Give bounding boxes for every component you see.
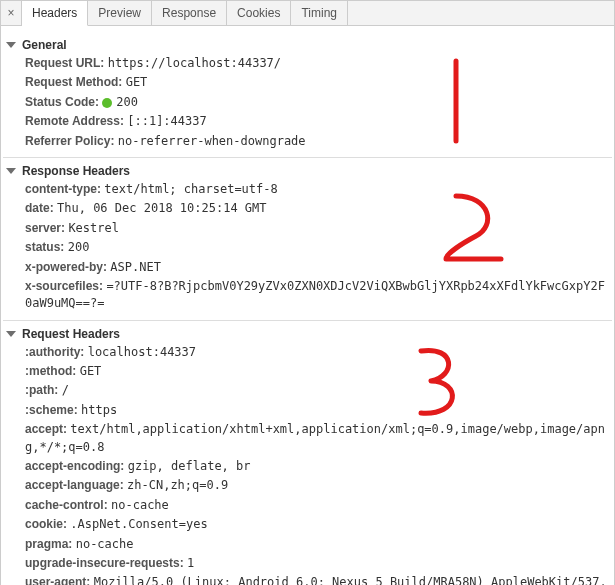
close-icon[interactable]: × xyxy=(1,1,22,25)
header-value: text/html,application/xhtml+xml,applicat… xyxy=(25,422,605,453)
header-value: 200 xyxy=(116,95,138,109)
header-value: GET xyxy=(126,75,148,89)
header-key: :authority: xyxy=(25,345,88,359)
header-key: accept-encoding: xyxy=(25,459,128,473)
header-row: x-sourcefiles: =?UTF-8?B?RjpcbmV0Y29yZVx… xyxy=(3,277,612,314)
header-key: server: xyxy=(25,221,68,235)
header-key: cache-control: xyxy=(25,498,111,512)
header-value: no-referrer-when-downgrade xyxy=(118,134,306,148)
header-row: Status Code: 200 xyxy=(3,93,612,112)
header-key: :scheme: xyxy=(25,403,81,417)
header-row: date: Thu, 06 Dec 2018 10:25:14 GMT xyxy=(3,199,612,218)
header-row: user-agent: Mozilla/5.0 (Linux; Android … xyxy=(3,573,612,585)
header-key: accept: xyxy=(25,422,70,436)
tab-headers[interactable]: Headers xyxy=(22,1,88,26)
header-key: Status Code: xyxy=(25,95,102,109)
header-row: upgrade-insecure-requests: 1 xyxy=(3,554,612,573)
header-key: Request Method: xyxy=(25,75,126,89)
header-key: status: xyxy=(25,240,68,254)
header-value: .AspNet.Consent=yes xyxy=(70,517,207,531)
section-general: General Request URL: https://localhost:4… xyxy=(3,36,612,151)
header-value: =?UTF-8?B?RjpcbmV0Y29yZVx0ZXN0XDJcV2ViQX… xyxy=(25,279,605,310)
header-value: Thu, 06 Dec 2018 10:25:14 GMT xyxy=(57,201,267,215)
section-response-headers-title: Response Headers xyxy=(22,164,130,178)
header-row: :path: / xyxy=(3,381,612,400)
header-value: Kestrel xyxy=(68,221,119,235)
tab-response[interactable]: Response xyxy=(152,1,227,25)
section-general-header[interactable]: General xyxy=(3,36,612,54)
section-request-headers-header[interactable]: Request Headers xyxy=(3,325,612,343)
header-row: Remote Address: [::1]:44337 xyxy=(3,112,612,131)
header-value: [::1]:44337 xyxy=(127,114,206,128)
header-row: :scheme: https xyxy=(3,401,612,420)
header-key: date: xyxy=(25,201,57,215)
header-row: accept-language: zh-CN,zh;q=0.9 xyxy=(3,476,612,495)
header-key: :method: xyxy=(25,364,80,378)
header-value: no-cache xyxy=(111,498,169,512)
triangle-down-icon xyxy=(6,168,16,174)
header-value: 1 xyxy=(187,556,194,570)
header-value: no-cache xyxy=(76,537,134,551)
section-general-title: General xyxy=(22,38,67,52)
header-row: Referrer Policy: no-referrer-when-downgr… xyxy=(3,132,612,151)
header-row: cookie: .AspNet.Consent=yes xyxy=(3,515,612,534)
tab-cookies[interactable]: Cookies xyxy=(227,1,291,25)
tab-timing[interactable]: Timing xyxy=(291,1,348,25)
header-row: pragma: no-cache xyxy=(3,535,612,554)
header-row: :authority: localhost:44337 xyxy=(3,343,612,362)
header-row: content-type: text/html; charset=utf-8 xyxy=(3,180,612,199)
header-value: GET xyxy=(80,364,102,378)
header-value: localhost:44337 xyxy=(88,345,196,359)
header-value: gzip, deflate, br xyxy=(128,459,251,473)
header-value: text/html; charset=utf-8 xyxy=(104,182,277,196)
triangle-down-icon xyxy=(6,42,16,48)
header-key: Remote Address: xyxy=(25,114,127,128)
header-value: https://localhost:44337/ xyxy=(108,56,281,70)
header-row: accept: text/html,application/xhtml+xml,… xyxy=(3,420,612,457)
network-headers-panel: × Headers Preview Response Cookies Timin… xyxy=(0,0,615,585)
headers-content: General Request URL: https://localhost:4… xyxy=(1,26,614,585)
header-key: Request URL: xyxy=(25,56,108,70)
header-value: Mozilla/5.0 (Linux; Android 6.0; Nexus 5… xyxy=(25,575,607,585)
status-dot-icon xyxy=(102,98,112,108)
section-request-headers-title: Request Headers xyxy=(22,327,120,341)
header-value: / xyxy=(62,383,69,397)
header-key: :path: xyxy=(25,383,62,397)
section-response-headers-header[interactable]: Response Headers xyxy=(3,162,612,180)
section-request-headers: Request Headers :authority: localhost:44… xyxy=(3,320,612,585)
header-key: Referrer Policy: xyxy=(25,134,118,148)
tabbar: × Headers Preview Response Cookies Timin… xyxy=(1,1,614,26)
header-value: 200 xyxy=(68,240,90,254)
header-key: accept-language: xyxy=(25,478,127,492)
header-row: :method: GET xyxy=(3,362,612,381)
header-key: upgrade-insecure-requests: xyxy=(25,556,187,570)
header-value: https xyxy=(81,403,117,417)
header-key: content-type: xyxy=(25,182,104,196)
header-row: accept-encoding: gzip, deflate, br xyxy=(3,457,612,476)
header-row: x-powered-by: ASP.NET xyxy=(3,258,612,277)
header-row: status: 200 xyxy=(3,238,612,257)
section-response-headers: Response Headers content-type: text/html… xyxy=(3,157,612,314)
header-row: Request Method: GET xyxy=(3,73,612,92)
header-key: user-agent: xyxy=(25,575,94,585)
header-key: cookie: xyxy=(25,517,70,531)
triangle-down-icon xyxy=(6,331,16,337)
tab-preview[interactable]: Preview xyxy=(88,1,152,25)
header-key: x-sourcefiles: xyxy=(25,279,106,293)
header-key: x-powered-by: xyxy=(25,260,110,274)
header-row: server: Kestrel xyxy=(3,219,612,238)
header-row: Request URL: https://localhost:44337/ xyxy=(3,54,612,73)
header-value: ASP.NET xyxy=(110,260,161,274)
header-value: zh-CN,zh;q=0.9 xyxy=(127,478,228,492)
header-row: cache-control: no-cache xyxy=(3,496,612,515)
header-key: pragma: xyxy=(25,537,76,551)
